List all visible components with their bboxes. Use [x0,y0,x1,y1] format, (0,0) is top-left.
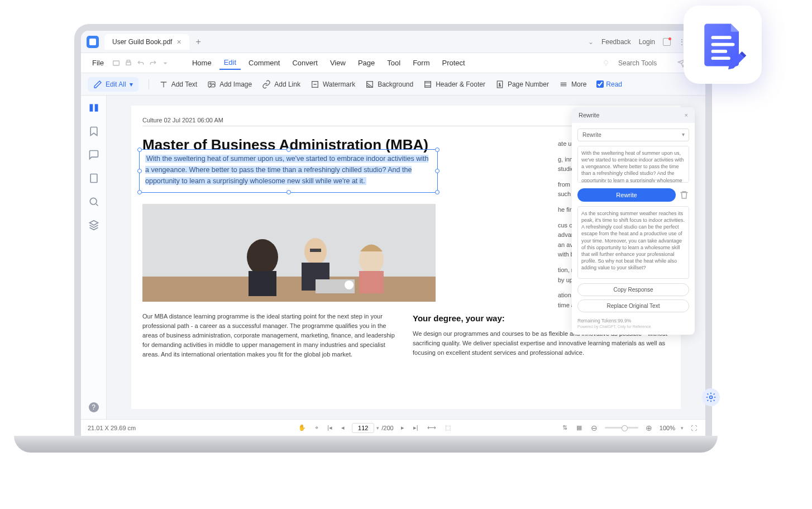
print-icon[interactable] [124,59,133,68]
notification-icon[interactable] [663,38,671,46]
link-icon [262,80,271,89]
menu-file[interactable]: File [88,56,108,69]
svg-point-26 [710,396,713,399]
search-icon[interactable] [88,196,99,207]
dropdown-icon[interactable] [161,59,170,68]
image-icon [207,80,216,89]
rewrite-button[interactable]: Rewrite [577,188,676,202]
zoom-out-icon[interactable]: ⊖ [589,424,599,432]
first-page-icon[interactable]: |◂ [326,424,334,431]
svg-point-25 [345,280,354,289]
layers-icon[interactable] [88,220,99,231]
add-image-button[interactable]: Add Image [207,80,252,89]
watermark-icon [311,80,319,89]
ai-assistant-button[interactable] [702,388,720,406]
prev-page-icon[interactable]: ◂ [340,424,346,431]
thumbnail-icon[interactable] [88,102,99,113]
menu-convert[interactable]: Convert [288,56,322,69]
last-page-icon[interactable]: ▸| [412,424,420,431]
menubar: File Home Edit Comment Convert View Page… [81,53,705,73]
copy-response-button[interactable]: Copy Response [577,283,689,296]
add-link-button[interactable]: Add Link [262,80,300,89]
resize-handle[interactable] [435,190,440,194]
floating-app-icon [684,6,762,84]
hand-tool-icon[interactable]: ✋ [297,424,308,431]
scroll-mode-icon[interactable]: ⇅ [561,424,569,431]
bookmark-icon[interactable] [88,126,99,137]
background-icon [365,80,374,89]
chevron-down-icon[interactable]: ⌄ [588,38,594,46]
menu-comment[interactable]: Comment [244,56,284,69]
close-icon[interactable]: × [685,112,688,118]
page-number-button[interactable]: 1 Page Number [495,80,549,89]
menu-home[interactable]: Home [188,56,216,69]
svg-rect-12 [94,104,98,111]
svg-rect-0 [113,61,120,65]
fullscreen-icon[interactable]: ⛶ [689,425,699,431]
more-button[interactable]: More [559,80,586,89]
resize-handle[interactable] [286,190,291,194]
background-button[interactable]: Background [365,80,413,89]
zoom-slider[interactable] [605,427,638,429]
page-number-icon: 1 [495,80,504,89]
svg-rect-11 [89,104,93,111]
lightbulb-icon[interactable] [601,59,610,68]
rewrite-input[interactable] [577,146,689,183]
next-page-icon[interactable]: ▸ [399,424,406,431]
menu-form[interactable]: Form [408,56,434,69]
layout-mode-icon[interactable]: ▦ [575,424,584,431]
read-checkbox[interactable] [596,80,604,88]
text-selection-box[interactable]: With the sweltering heat of summer upon … [139,149,438,193]
add-text-button[interactable]: Add Text [159,80,197,89]
header-footer-button[interactable]: Header & Footer [423,80,485,89]
close-tab-icon[interactable]: × [176,37,181,46]
rewrite-mode-select[interactable]: Rewrite [577,129,689,141]
attachment-icon[interactable] [88,173,99,184]
svg-rect-13 [90,174,97,183]
resize-handle[interactable] [435,169,440,173]
page-number-input[interactable] [352,423,374,433]
menu-edit[interactable]: Edit [219,56,241,70]
comment-icon[interactable] [88,149,99,160]
fit-page-icon[interactable]: ⬚ [443,424,452,431]
menu-protect[interactable]: Protect [437,56,469,69]
svg-rect-21 [310,249,321,252]
login-link[interactable]: Login [639,38,655,46]
text-icon [159,80,168,89]
menu-tool[interactable]: Tool [383,56,405,69]
redo-icon[interactable] [149,59,157,68]
menu-page[interactable]: Page [354,56,379,69]
resize-handle[interactable] [435,148,440,152]
tab-title: User Guild Book.pdf [112,38,172,46]
read-mode-toggle[interactable]: Read [596,80,622,88]
edit-all-button[interactable]: Edit All ▾ [88,77,138,92]
select-tool-icon[interactable]: ⌖ [313,424,320,431]
document-image [142,204,436,302]
open-icon[interactable] [112,59,121,68]
undo-icon[interactable] [136,59,145,68]
resize-handle[interactable] [137,148,142,152]
watermark-button[interactable]: Watermark [311,80,355,89]
resize-handle[interactable] [137,190,142,194]
svg-rect-2 [127,60,130,61]
svg-point-5 [210,83,212,84]
feedback-link[interactable]: Feedback [601,38,631,46]
menu-view[interactable]: View [326,56,350,69]
svg-point-3 [604,60,608,64]
replace-text-button[interactable]: Replace Original Text [577,299,689,312]
rewrite-panel: Rewrite × Rewrite Rewrite As the scorchi… [572,107,695,335]
resize-handle[interactable] [286,148,291,152]
zoom-in-icon[interactable]: ⊕ [644,424,654,432]
fit-width-icon[interactable]: ⟷ [426,424,438,431]
search-tools-input[interactable] [618,59,674,67]
document-tab[interactable]: User Guild Book.pdf × [104,34,189,50]
page-dimensions: 21.01 X 29.69 cm [88,425,188,431]
statusbar: 21.01 X 29.69 cm ✋ ⌖ |◂ ◂ ▾ /200 ▸ ▸| ⟷ … [81,419,705,436]
panel-title: Rewrite [579,112,599,118]
add-tab-button[interactable]: + [196,37,201,47]
svg-rect-28 [711,42,734,46]
help-icon[interactable]: ? [89,402,99,412]
svg-point-17 [247,239,278,275]
trash-icon[interactable] [679,190,689,200]
resize-handle[interactable] [137,169,142,173]
